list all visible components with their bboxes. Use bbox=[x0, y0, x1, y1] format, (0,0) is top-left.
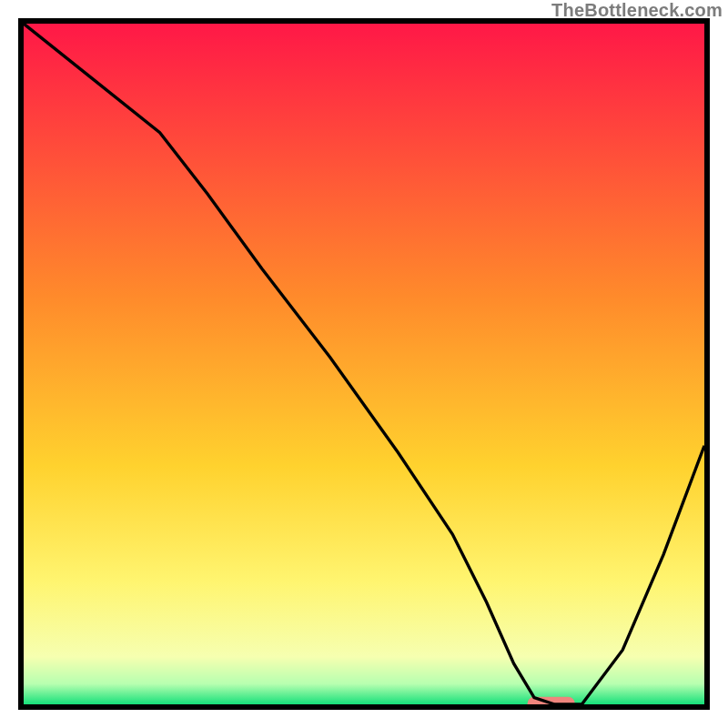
chart-container: TheBottleneck.com bbox=[0, 0, 728, 728]
heatmap-background bbox=[24, 24, 704, 704]
plot-frame bbox=[18, 18, 710, 710]
plot-svg bbox=[24, 24, 704, 704]
